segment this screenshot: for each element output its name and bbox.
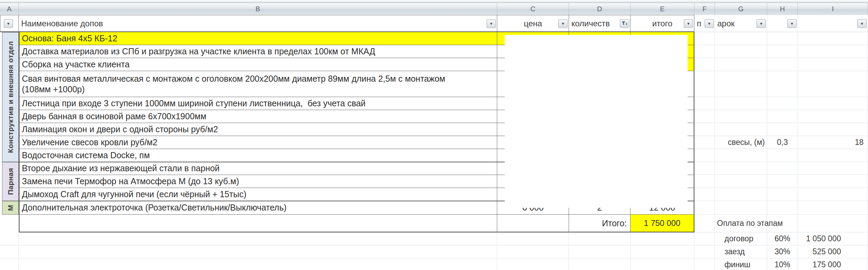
cell-b[interactable] <box>19 258 497 270</box>
cell-h[interactable] <box>767 188 798 201</box>
cell-g[interactable] <box>715 162 767 175</box>
stage-amount-cell[interactable]: 525 000 <box>798 245 868 258</box>
filter-dropdown-i[interactable]: ▼ <box>857 19 867 28</box>
cell-g[interactable] <box>715 188 767 201</box>
cell-h[interactable] <box>767 201 798 215</box>
cell-i[interactable] <box>798 175 868 188</box>
cell-h[interactable] <box>767 149 798 162</box>
cell-e[interactable] <box>630 245 694 258</box>
filter-cell-i[interactable]: ▼ <box>798 15 868 32</box>
cell-f[interactable] <box>694 58 715 71</box>
cell-f[interactable] <box>694 123 715 136</box>
cell-empty[interactable] <box>497 215 569 232</box>
filter-dropdown-g[interactable]: ▼ <box>757 19 766 28</box>
payment-title-cell[interactable]: Оплата по этапам <box>715 215 767 232</box>
total-label-cell[interactable]: Итого: <box>569 215 630 232</box>
cell-a[interactable] <box>0 232 19 245</box>
column-header-b[interactable]: B <box>19 3 497 15</box>
cell-i[interactable] <box>798 215 868 232</box>
section-constructive[interactable]: Конструктив и внешняя отдел <box>2 32 19 162</box>
cell-h[interactable] <box>767 162 798 175</box>
column-header-c[interactable]: C <box>497 3 569 15</box>
cell-item-name[interactable]: Лестница при входе 3 ступени 1000мм шири… <box>19 97 497 110</box>
cell-e[interactable] <box>630 258 694 270</box>
cell-item-name[interactable]: Дымоход Craft для чугунной печи (если чё… <box>19 188 497 201</box>
cell-item-name[interactable]: Дверь банная в осиновой раме 6х700х1900м… <box>19 110 497 123</box>
cell-g[interactable] <box>715 45 767 58</box>
cell-g[interactable] <box>715 110 767 123</box>
cell-a[interactable] <box>0 258 19 270</box>
column-header-d[interactable]: D <box>569 3 630 15</box>
cell-f[interactable] <box>694 136 715 149</box>
cell-f[interactable] <box>694 32 715 45</box>
stage-percent-cell[interactable]: 60% <box>767 232 798 245</box>
column-header-h[interactable]: H <box>767 3 798 15</box>
column-header-a[interactable]: A <box>0 3 19 15</box>
stage-percent-cell[interactable]: 30% <box>767 245 798 258</box>
cell-item-name[interactable]: Второе дыхание из нержавеющей стали в па… <box>19 162 497 175</box>
filter-dropdown-total[interactable]: ▼ <box>684 19 693 28</box>
cell-svesy-extra[interactable]: 18 <box>798 136 868 149</box>
filter-dropdown-name[interactable]: ▼ <box>487 19 496 28</box>
column-header-g[interactable]: G <box>715 3 767 15</box>
cell-i[interactable] <box>798 201 868 215</box>
cell-f[interactable] <box>694 258 715 270</box>
stage-name-cell[interactable]: финиш <box>715 258 767 270</box>
cell-i[interactable] <box>798 58 868 71</box>
cell-i[interactable] <box>798 123 868 136</box>
cell-item-name[interactable]: Водосточная система Docke, пм <box>19 149 497 162</box>
cell-g[interactable] <box>715 123 767 136</box>
cell-d[interactable] <box>569 258 630 270</box>
cell-b[interactable] <box>19 245 497 258</box>
cell-item-name[interactable]: Свая винтовая металлическая с монтажом с… <box>19 71 497 97</box>
cell-f[interactable] <box>694 45 715 58</box>
cell-h[interactable] <box>767 58 798 71</box>
cell-g[interactable] <box>715 175 767 188</box>
cell-item-name[interactable]: Замена печи Термофор на Атмосфера М (до … <box>19 175 497 188</box>
filter-dropdown-h[interactable]: ▼ <box>787 19 797 28</box>
cell-i[interactable] <box>798 162 868 175</box>
cell-f[interactable] <box>694 188 715 201</box>
filter-cell-name[interactable]: Наименование допов ▼ <box>19 15 497 32</box>
cell-h[interactable] <box>767 45 798 58</box>
cell-item-name[interactable]: Дополнительная электроточка (Розетка/Све… <box>19 201 497 215</box>
cell-d[interactable] <box>569 232 630 245</box>
cell-g[interactable] <box>715 58 767 71</box>
cell-c[interactable] <box>497 232 569 245</box>
cell-i[interactable] <box>798 188 868 201</box>
section-m[interactable]: М <box>2 201 19 215</box>
cell-svesy-label[interactable]: свесы, (м) <box>715 136 767 149</box>
filter-cell-h[interactable]: ▼ <box>767 15 798 32</box>
filter-cell-gift-left[interactable]: п ▼ <box>694 15 715 32</box>
cell-svesy-value[interactable]: 0,3 <box>767 136 798 149</box>
cell-empty[interactable] <box>19 215 497 232</box>
cell-h[interactable] <box>767 110 798 123</box>
cell-b[interactable] <box>19 232 497 245</box>
stage-amount-cell[interactable]: 1 050 000 <box>798 232 868 245</box>
column-header-i[interactable]: I <box>798 3 868 15</box>
filter-dropdown-price[interactable]: ▼ <box>558 19 568 28</box>
cell-h[interactable] <box>767 175 798 188</box>
cell-f[interactable] <box>694 149 715 162</box>
cell-g[interactable] <box>715 149 767 162</box>
filter-cell-price[interactable]: цена ▼ <box>497 15 569 32</box>
cell-d[interactable] <box>569 245 630 258</box>
cell-f[interactable] <box>694 162 715 175</box>
cell-h[interactable] <box>767 71 798 97</box>
filter-dropdown-a[interactable]: ▼ <box>4 19 13 28</box>
cell-f[interactable] <box>694 71 715 97</box>
column-header-e[interactable]: E <box>630 3 694 15</box>
cell-i[interactable] <box>798 71 868 97</box>
cell-f[interactable] <box>694 201 715 215</box>
cell-f[interactable] <box>694 245 715 258</box>
cell-f[interactable] <box>694 110 715 123</box>
cell-i[interactable] <box>798 97 868 110</box>
stage-name-cell[interactable]: заезд <box>715 245 767 258</box>
cell-f[interactable] <box>694 215 715 232</box>
cell-item-name[interactable]: Сборка на участке клиента <box>19 58 497 71</box>
cell-i[interactable] <box>798 149 868 162</box>
filter-cell-qty[interactable]: количеств <box>569 15 630 32</box>
stage-name-cell[interactable]: договор <box>715 232 767 245</box>
section-parnaya[interactable]: Парная <box>2 162 19 201</box>
cell-f[interactable] <box>694 97 715 110</box>
